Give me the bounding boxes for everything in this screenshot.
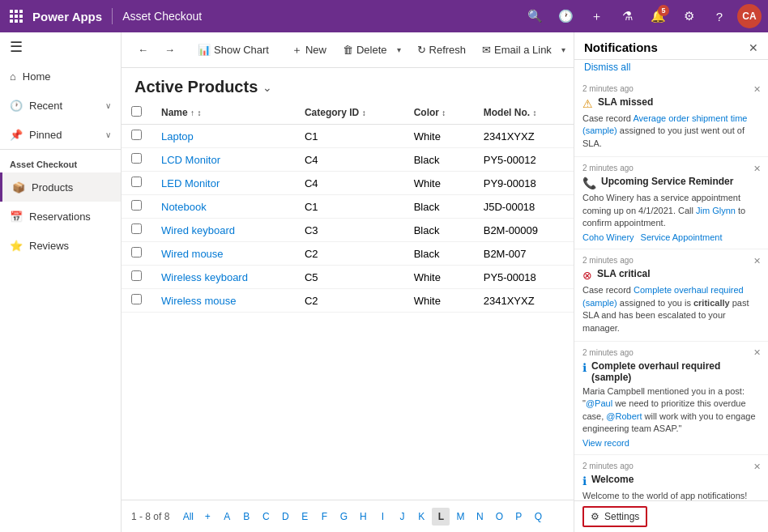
email-link-button[interactable]: ✉ Email a Link bbox=[476, 40, 558, 59]
row-checkbox-cell[interactable] bbox=[122, 289, 151, 313]
close-icon[interactable]: ✕ bbox=[749, 41, 758, 54]
recent-icon[interactable]: 🕐 bbox=[553, 3, 578, 29]
notification-item-title: SLA critical bbox=[597, 268, 651, 279]
pagination-letter[interactable]: K bbox=[412, 508, 430, 526]
notification-icon[interactable]: 🔔 5 bbox=[645, 3, 671, 29]
row-checkbox[interactable] bbox=[131, 200, 142, 211]
email-dropdown-icon[interactable]: ▾ bbox=[561, 45, 565, 54]
sidebar-item-pinned[interactable]: 📌 Pinned ∨ bbox=[0, 120, 121, 149]
delete-button[interactable]: 🗑 Delete bbox=[336, 40, 394, 59]
dismiss-all-button[interactable]: Dismiss all bbox=[574, 60, 768, 78]
row-checkbox-cell[interactable] bbox=[122, 148, 151, 172]
row-checkbox-cell[interactable] bbox=[122, 195, 151, 219]
forward-button[interactable]: → bbox=[158, 40, 181, 59]
table-header-color[interactable]: Color ↕ bbox=[404, 101, 474, 125]
row-checkbox[interactable] bbox=[131, 130, 142, 140]
notification-close-icon[interactable]: ✕ bbox=[750, 162, 763, 175]
sidebar-item-products[interactable]: 📦 Products bbox=[0, 172, 121, 202]
notification-link[interactable]: View record bbox=[582, 438, 629, 448]
row-checkbox-cell[interactable] bbox=[122, 242, 151, 266]
product-link[interactable]: Wireless mouse bbox=[161, 295, 236, 307]
delete-dropdown-icon[interactable]: ▾ bbox=[397, 45, 401, 54]
add-icon[interactable]: ＋ bbox=[583, 3, 609, 29]
sidebar-item-recent[interactable]: 🕐 Recent ∨ bbox=[0, 91, 121, 120]
row-name-cell[interactable]: LCD Monitor bbox=[151, 148, 295, 172]
filter-icon[interactable]: ⚗ bbox=[614, 3, 640, 29]
row-name-cell[interactable]: Laptop bbox=[151, 125, 295, 148]
help-icon[interactable]: ? bbox=[706, 3, 732, 29]
product-link[interactable]: LED Monitor bbox=[161, 177, 220, 189]
search-icon[interactable]: 🔍 bbox=[522, 3, 548, 29]
row-checkbox[interactable] bbox=[131, 223, 142, 234]
row-name-cell[interactable]: Wireless keyboard bbox=[151, 266, 295, 289]
product-link[interactable]: Wireless keyboard bbox=[161, 271, 248, 283]
sidebar-item-reviews[interactable]: ⭐ Reviews bbox=[0, 231, 121, 260]
column-model-sort[interactable]: ↕ bbox=[532, 109, 536, 117]
pagination-letter[interactable]: C bbox=[257, 508, 275, 526]
notification-link[interactable]: Service Appointment bbox=[641, 232, 723, 242]
table-header-model[interactable]: Model No. ↕ bbox=[474, 101, 574, 125]
pagination-letter[interactable]: B bbox=[237, 508, 255, 526]
column-sort-toggle[interactable]: ↕ bbox=[197, 109, 201, 117]
pagination-letter[interactable]: All bbox=[179, 508, 197, 526]
row-name-cell[interactable]: Wired mouse bbox=[151, 242, 295, 266]
row-checkbox-cell[interactable] bbox=[122, 266, 151, 289]
pagination-letter[interactable]: M bbox=[451, 508, 469, 526]
notification-close-icon[interactable]: ✕ bbox=[750, 460, 763, 473]
pagination-letter[interactable]: G bbox=[335, 508, 352, 526]
column-color-sort[interactable]: ↕ bbox=[442, 109, 446, 117]
pagination-letter[interactable]: E bbox=[296, 508, 314, 526]
new-button[interactable]: ＋ New bbox=[285, 40, 333, 61]
settings-button[interactable]: ⚙ Settings bbox=[582, 506, 647, 527]
table-row: Wired mouse C2 Black B2M-007 bbox=[122, 242, 574, 266]
select-all-checkbox[interactable] bbox=[131, 106, 142, 117]
notification-link[interactable]: Coho Winery bbox=[582, 232, 634, 242]
product-link[interactable]: Laptop bbox=[161, 130, 194, 143]
pagination-letter[interactable]: A bbox=[218, 508, 236, 526]
row-checkbox[interactable] bbox=[131, 270, 142, 281]
row-checkbox-cell[interactable] bbox=[122, 172, 151, 195]
pagination-letter[interactable]: F bbox=[315, 508, 333, 526]
refresh-button[interactable]: ↻ Refresh bbox=[411, 40, 473, 59]
row-checkbox[interactable] bbox=[131, 177, 142, 187]
table-header-check[interactable] bbox=[122, 101, 151, 125]
app-grid-icon[interactable] bbox=[6, 6, 26, 26]
sidebar-item-home[interactable]: ⌂ Home bbox=[0, 62, 121, 91]
table-header-name[interactable]: Name ↑ ↕ bbox=[151, 101, 295, 125]
pagination-letter[interactable]: Q bbox=[529, 508, 547, 526]
pagination-letter[interactable]: L bbox=[432, 508, 450, 526]
product-link[interactable]: Notebook bbox=[161, 201, 207, 213]
pagination-letter[interactable]: J bbox=[393, 508, 411, 526]
settings-icon[interactable]: ⚙ bbox=[676, 3, 702, 29]
row-name-cell[interactable]: Notebook bbox=[151, 195, 295, 219]
pagination-letter[interactable]: I bbox=[373, 508, 391, 526]
notification-close-icon[interactable]: ✕ bbox=[750, 347, 763, 360]
pagination-letter[interactable]: P bbox=[510, 508, 527, 526]
pagination-letter[interactable]: N bbox=[471, 508, 489, 526]
table-header-category[interactable]: Category ID ↕ bbox=[295, 101, 404, 125]
pagination-letter[interactable]: H bbox=[354, 508, 372, 526]
row-checkbox-cell[interactable] bbox=[122, 219, 151, 242]
row-checkbox[interactable] bbox=[131, 247, 142, 257]
row-checkbox[interactable] bbox=[131, 153, 142, 164]
notification-close-icon[interactable]: ✕ bbox=[750, 254, 763, 267]
row-checkbox[interactable] bbox=[131, 294, 142, 304]
row-name-cell[interactable]: Wireless mouse bbox=[151, 289, 295, 313]
row-name-cell[interactable]: LED Monitor bbox=[151, 172, 295, 195]
avatar[interactable]: CA bbox=[737, 4, 762, 28]
notification-close-icon[interactable]: ✕ bbox=[750, 83, 763, 96]
back-button[interactable]: ← bbox=[131, 40, 155, 59]
row-checkbox-cell[interactable] bbox=[122, 125, 151, 148]
product-link[interactable]: Wired mouse bbox=[161, 248, 224, 260]
product-link[interactable]: Wired keyboard bbox=[161, 224, 235, 236]
pagination-letter[interactable]: + bbox=[198, 508, 216, 526]
column-category-sort[interactable]: ↕ bbox=[362, 109, 366, 117]
view-dropdown-icon[interactable]: ⌄ bbox=[262, 81, 272, 94]
product-link[interactable]: LCD Monitor bbox=[161, 154, 220, 166]
hamburger-button[interactable]: ☰ bbox=[0, 32, 121, 62]
pagination-letter[interactable]: D bbox=[276, 508, 294, 526]
show-chart-button[interactable]: 📊 Show Chart bbox=[191, 40, 275, 59]
pagination-letter[interactable]: O bbox=[490, 508, 508, 526]
sidebar-item-reservations[interactable]: 📅 Reservations bbox=[0, 202, 121, 231]
row-name-cell[interactable]: Wired keyboard bbox=[151, 219, 295, 242]
